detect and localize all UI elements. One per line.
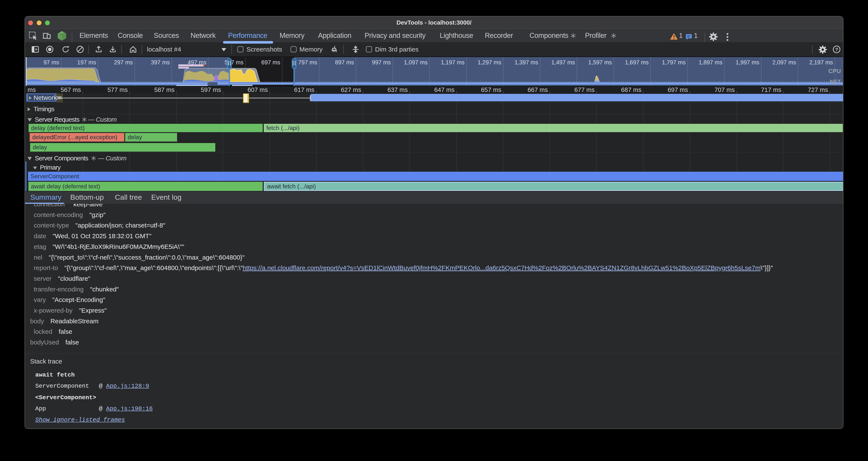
svg-text:?: ? xyxy=(835,47,838,52)
